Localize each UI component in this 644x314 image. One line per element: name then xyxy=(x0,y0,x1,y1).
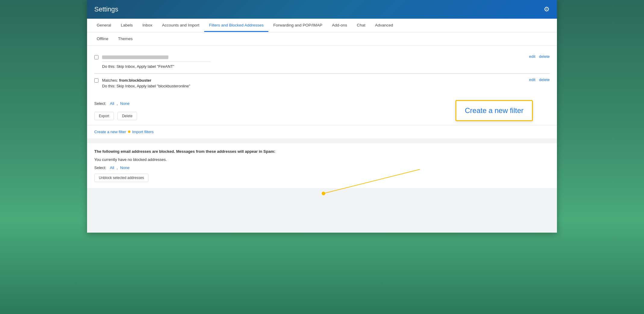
export-button[interactable]: Export xyxy=(94,112,114,120)
create-filter-row: Create a new filter Import filters xyxy=(87,125,557,138)
filter-list: Do this: Skip Inbox, Apply label "FireAN… xyxy=(87,46,557,98)
blocked-select-all[interactable]: All xyxy=(110,165,114,170)
blocked-select-none[interactable]: None xyxy=(120,165,130,170)
filter-dothis-1: Do this: Skip Inbox, Apply label "FireAN… xyxy=(102,64,529,70)
filter-matches-value-2: from:blockbuster xyxy=(119,78,151,83)
blocked-title: The following email addresses are blocke… xyxy=(94,149,550,154)
delete-button[interactable]: Delete xyxy=(117,112,137,120)
content-area: Create a new filter Do this: Skip Inbox,… xyxy=(87,46,557,233)
tab-general[interactable]: General xyxy=(92,19,116,32)
filter-item-2: Matches: from:blockbuster Do this: Skip … xyxy=(94,74,550,93)
page-title: Settings xyxy=(94,5,118,13)
tab-filters[interactable]: Filters and Blocked Addresses xyxy=(204,19,269,32)
settings-header: Settings ⚙ xyxy=(87,0,557,19)
select-label: Select: xyxy=(94,101,106,106)
tab-chat[interactable]: Chat xyxy=(352,19,370,32)
primary-tabs: General Labels Inbox Accounts and Import… xyxy=(87,19,557,32)
blocked-empty: You currently have no blocked addresses. xyxy=(94,157,550,162)
tab-labels[interactable]: Labels xyxy=(116,19,138,32)
filter-checkbox-1[interactable] xyxy=(94,55,98,59)
gear-icon[interactable]: ⚙ xyxy=(544,5,550,13)
select-all-link[interactable]: All xyxy=(110,101,114,106)
filter-matches-2: Matches: from:blockbuster xyxy=(102,77,529,83)
filter-edit-1[interactable]: edit xyxy=(529,54,536,59)
blocked-select-row: Select: All , None xyxy=(94,165,550,170)
filter-delete-2[interactable]: delete xyxy=(539,77,550,82)
filter-blurred-1 xyxy=(102,55,168,59)
tooltip-overlay: Create a new filter xyxy=(455,100,533,121)
tab-forwarding[interactable]: Forwarding and POP/IMAP xyxy=(268,19,327,32)
settings-window: Settings ⚙ General Labels Inbox Accounts… xyxy=(87,0,557,233)
tab-themes[interactable]: Themes xyxy=(113,32,138,46)
filter-delete-1[interactable]: delete xyxy=(539,54,550,59)
filter-item-1: Do this: Skip Inbox, Apply label "FireAN… xyxy=(94,51,550,74)
dot-separator xyxy=(128,130,130,133)
tab-offline[interactable]: Offline xyxy=(92,32,113,46)
tab-accounts[interactable]: Accounts and Import xyxy=(157,19,204,32)
divider-1 xyxy=(102,61,211,62)
filter-actions-2: edit delete xyxy=(529,77,550,82)
import-filters-link[interactable]: Import filters xyxy=(132,130,154,134)
tooltip-text: Create a new filter xyxy=(465,106,524,115)
select-none-link[interactable]: None xyxy=(120,101,130,106)
unblock-button[interactable]: Unblock selected addresses xyxy=(94,174,148,182)
create-new-filter-link[interactable]: Create a new filter xyxy=(94,130,126,134)
filter-content-2: Matches: from:blockbuster Do this: Skip … xyxy=(102,77,529,89)
secondary-tabs: Offline Themes xyxy=(87,32,557,46)
tab-inbox[interactable]: Inbox xyxy=(138,19,157,32)
tab-addons[interactable]: Add-ons xyxy=(327,19,352,32)
filter-checkbox-2[interactable] xyxy=(94,78,98,83)
filter-actions-1: edit delete xyxy=(529,54,550,59)
blocked-select-label: Select: xyxy=(94,165,106,170)
filter-content-1: Do this: Skip Inbox, Apply label "FireAN… xyxy=(102,54,529,70)
filter-dothis-2: Do this: Skip Inbox, Apply label "blockb… xyxy=(102,83,529,89)
blocked-section: The following email addresses are blocke… xyxy=(87,143,557,188)
tab-advanced[interactable]: Advanced xyxy=(370,19,398,32)
svg-point-1 xyxy=(322,192,325,195)
filter-edit-2[interactable]: edit xyxy=(529,77,536,82)
create-filter-tooltip: Create a new filter xyxy=(455,100,533,121)
